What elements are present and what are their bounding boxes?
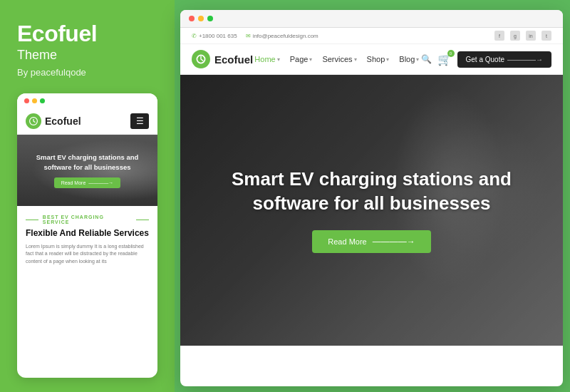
services-arrow-icon: ▾ xyxy=(354,56,357,63)
mobile-label-line-right xyxy=(136,220,149,220)
mobile-content: BEST EV CHARGING SERVICE Flexible And Re… xyxy=(17,206,157,271)
email-address: info@peacefuldesign.com xyxy=(253,33,318,39)
mobile-hero: Smart EV charging stations and software … xyxy=(17,135,157,206)
mobile-logo-text: Ecofuel xyxy=(45,115,81,127)
site-logo-icon xyxy=(192,50,210,68)
shop-arrow-icon: ▾ xyxy=(386,56,389,63)
hamburger-button[interactable]: ☰ xyxy=(130,113,149,129)
menu-item-services[interactable]: Services ▾ xyxy=(322,55,356,63)
site-topbar-right: f g in t xyxy=(494,31,551,41)
mobile-label-row: BEST EV CHARGING SERVICE xyxy=(26,215,149,225)
site-menu: Home ▾ Page ▾ Services ▾ Shop ▾ Blog ▾ xyxy=(254,55,419,63)
mobile-read-more-label: Read More xyxy=(61,180,86,185)
twitter-icon[interactable]: t xyxy=(542,31,551,41)
mobile-body-text: Lorem Ipsum is simply dummy It is a long… xyxy=(26,243,149,266)
mobile-read-more-arrow: ————→ xyxy=(88,180,113,185)
mobile-service-label: BEST EV CHARGING SERVICE xyxy=(43,215,132,225)
site-hero: Smart EV charging stations and software … xyxy=(180,75,563,346)
mobile-hero-text: Smart EV charging stations and software … xyxy=(24,153,150,172)
browser-dot-green[interactable] xyxy=(207,16,213,21)
theme-author: By peacefulqode xyxy=(17,67,157,78)
facebook-icon[interactable]: f xyxy=(494,31,504,41)
browser-window: ✆ +1800 001 635 ✉ info@peacefuldesign.co… xyxy=(180,10,563,386)
hero-read-more-arrow: ————→ xyxy=(373,237,415,247)
phone-icon: ✆ xyxy=(192,33,197,39)
home-arrow-icon: ▾ xyxy=(277,56,280,63)
hamburger-icon: ☰ xyxy=(136,116,144,126)
site-nav: Ecofuel Home ▾ Page ▾ Services ▾ Shop ▾ … xyxy=(180,44,563,75)
search-icon[interactable]: 🔍 xyxy=(421,54,432,64)
site-logo-text: Ecofuel xyxy=(214,53,253,66)
mobile-top-bar xyxy=(17,93,157,108)
mobile-dot-red xyxy=(24,98,29,103)
blog-arrow-icon: ▾ xyxy=(416,56,419,63)
instagram-icon[interactable]: in xyxy=(526,31,536,41)
mobile-logo: Ecofuel xyxy=(26,113,81,129)
menu-item-home[interactable]: Home ▾ xyxy=(254,55,279,63)
browser-dot-yellow[interactable] xyxy=(198,16,204,21)
cart-badge[interactable]: 🛒 0 xyxy=(437,53,452,66)
site-actions: 🔍 🛒 0 Get a Quote ————→ xyxy=(421,51,551,68)
quote-arrow-icon: ————→ xyxy=(507,56,543,63)
hero-content: Smart EV charging stations and software … xyxy=(180,75,563,346)
page-arrow-icon: ▾ xyxy=(309,56,312,63)
quote-btn-label: Get a Quote xyxy=(466,56,504,63)
site-email: ✉ info@peacefuldesign.com xyxy=(246,33,318,39)
theme-subtitle: Theme xyxy=(17,48,157,63)
menu-item-blog[interactable]: Blog ▾ xyxy=(399,55,419,63)
hero-read-more-label: Read More xyxy=(328,237,366,246)
cart-count: 0 xyxy=(447,50,455,57)
mobile-logo-icon xyxy=(26,113,41,129)
browser-dot-red[interactable] xyxy=(189,16,195,21)
menu-item-shop[interactable]: Shop ▾ xyxy=(367,55,390,63)
theme-title: Ecofuel xyxy=(17,21,157,46)
site-topbar: ✆ +1800 001 635 ✉ info@peacefuldesign.co… xyxy=(180,28,563,44)
mobile-dot-yellow xyxy=(32,98,37,103)
site-logo: Ecofuel xyxy=(192,50,253,68)
site-topbar-left: ✆ +1800 001 635 ✉ info@peacefuldesign.co… xyxy=(192,33,318,39)
phone-number: +1800 001 635 xyxy=(199,33,237,39)
mobile-nav: Ecofuel ☰ xyxy=(17,108,157,135)
get-quote-button[interactable]: Get a Quote ————→ xyxy=(457,51,551,68)
mobile-mockup: Ecofuel ☰ Smart EV charging stations and… xyxy=(17,93,157,378)
mobile-section-title: Flexible And Reliable Services xyxy=(26,228,149,239)
hero-read-more-button[interactable]: Read More ————→ xyxy=(312,230,430,253)
mobile-label-line-left xyxy=(26,220,38,220)
browser-chrome xyxy=(180,10,563,28)
google-icon[interactable]: g xyxy=(510,31,520,41)
hero-title: Smart EV charging stations and software … xyxy=(223,167,520,216)
email-icon: ✉ xyxy=(246,33,251,39)
left-panel: Ecofuel Theme By peacefulqode Ecofuel ☰ xyxy=(0,0,175,392)
mobile-read-more-button[interactable]: Read More ————→ xyxy=(54,177,121,188)
menu-item-page[interactable]: Page ▾ xyxy=(290,55,313,63)
mobile-dot-green xyxy=(40,98,45,103)
site-phone: ✆ +1800 001 635 xyxy=(192,33,237,39)
